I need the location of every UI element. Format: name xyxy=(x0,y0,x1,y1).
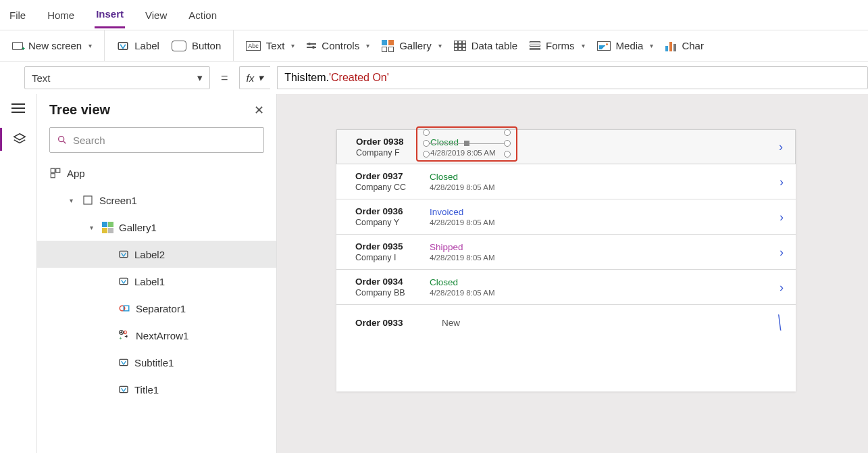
tree-node-title[interactable]: Title1 xyxy=(37,376,276,403)
gallery-icon xyxy=(102,222,113,233)
gallery-row[interactable]: Order 0937Company CCClosed4/28/2019 8:05… xyxy=(336,164,796,199)
button-button[interactable]: Button xyxy=(172,40,221,51)
order-id: Order 0937 xyxy=(355,171,430,181)
equals-sign: = xyxy=(217,71,232,85)
text-dropdown[interactable]: Abc Text ▾ xyxy=(246,40,295,51)
gallery-row[interactable]: Order 0936Company YInvoiced4/28/2019 8:0… xyxy=(336,199,796,235)
order-timestamp: 4/28/2019 8:05 AM xyxy=(430,218,531,226)
menu-home[interactable]: Home xyxy=(46,3,76,28)
order-id: Order 0938 xyxy=(356,137,430,147)
company-name: Company CC xyxy=(355,183,430,192)
tree-node-screen[interactable]: ▾ Screen1 xyxy=(37,187,276,214)
chevron-down-icon: ▾ xyxy=(582,42,585,49)
order-timestamp: 4/28/2019 8:05 AM xyxy=(430,183,531,191)
menu-insert[interactable]: Insert xyxy=(95,1,125,28)
next-arrow-icon[interactable]: › xyxy=(780,245,784,259)
property-dropdown[interactable]: Text ▾ xyxy=(24,66,210,89)
tree-view-title: Tree view xyxy=(49,102,110,118)
datatable-button[interactable]: Data table xyxy=(454,40,517,51)
close-icon[interactable]: ✕ xyxy=(254,103,264,118)
tree-node-label2[interactable]: Label2 xyxy=(37,241,276,268)
tree-node-label: Subtitle1 xyxy=(134,357,174,368)
chevron-down-icon: ▾ xyxy=(197,72,203,84)
label-btn-text: Label xyxy=(134,40,159,51)
property-value: Text xyxy=(32,72,51,84)
company-name: Company BB xyxy=(355,288,430,297)
tree-node-label: NextArrow1 xyxy=(136,330,188,341)
order-timestamp: 4/28/2019 8:05 AM xyxy=(430,149,532,157)
formula-input[interactable]: ThisItem.'Created On' xyxy=(277,66,868,89)
formula-bar: Text ▾ = fx ▾ ThisItem.'Created On' xyxy=(0,62,868,94)
ribbon: + New screen ▾ Label Button Abc Text ▾ C… xyxy=(0,30,868,62)
company-name: Company Y xyxy=(355,218,430,227)
order-status: Closed xyxy=(430,137,532,147)
search-icon xyxy=(57,135,68,145)
icons-group-icon: + xyxy=(118,329,130,341)
table-icon xyxy=(454,41,466,51)
hamburger-icon[interactable] xyxy=(11,103,25,113)
datatable-btn-label: Data table xyxy=(471,40,517,51)
company-name: Company I xyxy=(355,253,430,262)
tree-node-label1[interactable]: Label1 xyxy=(37,268,276,295)
svg-point-1 xyxy=(59,137,64,142)
app-icon xyxy=(49,167,61,179)
tree-node-label: App xyxy=(67,168,85,179)
screen-icon xyxy=(82,194,94,206)
tree-node-gallery[interactable]: ▾ Gallery1 xyxy=(37,214,276,241)
svg-line-2 xyxy=(63,141,66,143)
label-icon xyxy=(118,357,129,368)
next-arrow-icon[interactable]: ╲ xyxy=(774,314,786,331)
text-btn-label: Text xyxy=(266,40,285,51)
company-name: Company F xyxy=(356,148,430,158)
canvas[interactable]: Order 0938Company FClosed4/28/2019 8:05 … xyxy=(277,94,868,453)
menu-file[interactable]: File xyxy=(8,3,27,28)
fx-button[interactable]: fx ▾ xyxy=(239,66,271,89)
tree-node-subtitle[interactable]: Subtitle1 xyxy=(37,349,276,376)
tree-node-separator[interactable]: Separator1 xyxy=(37,295,276,322)
gallery-row[interactable]: Order 0938Company FClosed4/28/2019 8:05 … xyxy=(336,129,796,164)
svg-rect-4 xyxy=(56,168,60,172)
tree-node-app[interactable]: App xyxy=(37,160,276,187)
gallery-dropdown[interactable]: Gallery ▾ xyxy=(382,40,442,52)
formula-token: ThisItem xyxy=(284,72,326,84)
chevron-down-icon: ▾ xyxy=(88,42,92,49)
chevron-down-icon: ▾ xyxy=(291,42,295,49)
media-dropdown[interactable]: Media ▾ xyxy=(597,40,654,51)
tree-search-input[interactable]: Search xyxy=(49,127,264,153)
next-arrow-icon[interactable]: › xyxy=(780,174,784,189)
search-placeholder: Search xyxy=(73,135,105,146)
chart-icon xyxy=(665,41,676,51)
gallery-row[interactable]: Order 0935Company IShipped4/28/2019 8:05… xyxy=(336,235,796,270)
svg-rect-3 xyxy=(51,168,55,172)
separator-icon xyxy=(118,302,130,314)
menu-view[interactable]: View xyxy=(144,3,168,28)
charts-dropdown[interactable]: Char xyxy=(665,40,704,51)
new-screen-button[interactable]: + New screen ▾ xyxy=(12,40,92,51)
media-icon xyxy=(597,41,611,51)
gallery-row[interactable]: Order 0933New╲ xyxy=(336,305,796,340)
next-arrow-icon[interactable]: › xyxy=(779,140,783,154)
layers-icon xyxy=(12,132,27,147)
forms-icon xyxy=(530,41,540,50)
workspace: Tree view ✕ Search App ▾ Screen1 ▾ Galle… xyxy=(0,94,868,453)
fx-icon: fx xyxy=(247,72,255,84)
next-arrow-icon[interactable]: › xyxy=(780,280,784,294)
menu-bar: File Home Insert View Action xyxy=(0,0,868,30)
order-timestamp: 4/28/2019 8:05 AM xyxy=(430,289,531,297)
gallery-icon xyxy=(382,40,394,52)
formula-token: 'Created On' xyxy=(329,72,389,84)
app-preview-frame[interactable]: Order 0938Company FClosed4/28/2019 8:05 … xyxy=(336,129,796,391)
next-arrow-icon[interactable]: › xyxy=(780,210,784,224)
tree-node-label: Label2 xyxy=(134,249,165,260)
forms-dropdown[interactable]: Forms ▾ xyxy=(530,40,585,51)
tree-node-nextarrow[interactable]: + NextArrow1 xyxy=(37,322,276,349)
text-icon: Abc xyxy=(246,41,261,51)
gallery-row[interactable]: Order 0934Company BBClosed4/28/2019 8:05… xyxy=(336,270,796,305)
tree-view-rail-button[interactable] xyxy=(0,128,36,151)
button-icon xyxy=(172,41,186,51)
order-status: Shipped xyxy=(430,242,531,252)
menu-action[interactable]: Action xyxy=(187,3,218,28)
label-button[interactable]: Label xyxy=(117,40,159,52)
caret-down-icon: ▾ xyxy=(70,197,76,204)
controls-dropdown[interactable]: Controls ▾ xyxy=(307,40,369,51)
